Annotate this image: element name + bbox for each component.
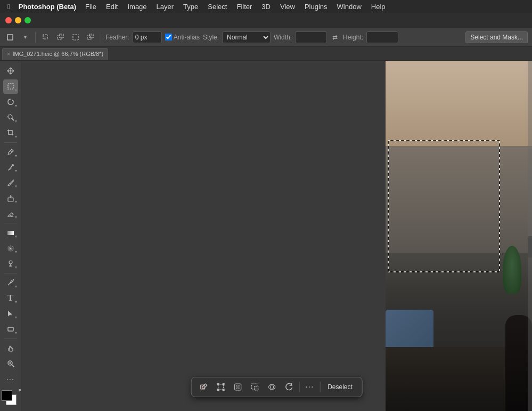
- clone-stamp-tool[interactable]: ▾: [3, 191, 18, 205]
- crop-tool[interactable]: ▾: [3, 126, 18, 140]
- more-options-float-btn[interactable]: ···: [301, 380, 317, 394]
- brush-tool[interactable]: ▾: [3, 175, 18, 190]
- more-tools-icon: ···: [6, 375, 14, 383]
- gradient-tool[interactable]: ▾: [3, 225, 18, 240]
- menu-type[interactable]: Type: [179, 2, 202, 12]
- app-name: Photoshop (Beta): [15, 3, 79, 11]
- transform-with-ai-btn[interactable]: [230, 380, 245, 394]
- zoom-tool[interactable]: [3, 356, 18, 370]
- menu-window[interactable]: Window: [333, 2, 365, 12]
- shape-tool[interactable]: ▾: [3, 322, 18, 336]
- close-button[interactable]: [5, 17, 12, 23]
- style-select[interactable]: Normal Fixed Ratio Fixed Size: [222, 31, 271, 43]
- menu-help[interactable]: Help: [367, 2, 389, 12]
- svg-rect-27: [217, 383, 219, 385]
- mid-section: [386, 146, 532, 253]
- width-input[interactable]: [295, 31, 327, 43]
- style-label: Style:: [203, 34, 219, 41]
- intersect-selection-btn[interactable]: [85, 31, 96, 43]
- gradient-arrow: ▾: [15, 234, 17, 239]
- intersect-selection-float-btn[interactable]: [264, 380, 280, 394]
- color-selector[interactable]: ⇄: [2, 390, 20, 408]
- svg-rect-10: [8, 84, 13, 89]
- anti-alias-checkbox[interactable]: [165, 34, 172, 41]
- svg-rect-14: [8, 198, 13, 202]
- svg-rect-15: [7, 231, 14, 235]
- rectangular-marquee-btn[interactable]: [4, 31, 16, 43]
- menu-select[interactable]: Select: [204, 2, 231, 12]
- dodge-tool[interactable]: ▾: [3, 256, 18, 271]
- menu-file[interactable]: File: [81, 2, 100, 12]
- foreground-color-swatch[interactable]: [2, 390, 12, 401]
- right-panel-toggle[interactable]: [528, 236, 532, 257]
- svg-point-19: [9, 261, 12, 264]
- brush-arrow: ▾: [15, 184, 17, 189]
- svg-rect-30: [222, 389, 224, 391]
- tool-sep-4: [4, 339, 17, 339]
- lasso-tool[interactable]: ▾: [3, 95, 18, 109]
- hand-tool[interactable]: [3, 341, 18, 356]
- document-tab[interactable]: × IMG_0271.heic @ 66,7% (RGB/8*): [2, 48, 108, 60]
- deselect-btn[interactable]: Deselect: [322, 382, 358, 392]
- upper-wall: [386, 61, 532, 146]
- menu-filter[interactable]: Filter: [233, 2, 256, 12]
- add-selection-btn[interactable]: [55, 31, 67, 43]
- svg-point-20: [13, 279, 14, 280]
- feather-input[interactable]: [133, 31, 162, 43]
- left-toolbar: ▾ ▾ ▾ ▾: [0, 61, 21, 411]
- title-bar: [0, 13, 532, 28]
- feather-label: Feather:: [105, 34, 129, 41]
- tab-close-btn[interactable]: ×: [7, 51, 10, 57]
- new-selection-btn[interactable]: [40, 31, 52, 43]
- menu-plugins[interactable]: Plugins: [301, 2, 331, 12]
- menu-layer[interactable]: Layer: [153, 2, 178, 12]
- maximize-button[interactable]: [24, 17, 31, 23]
- select-and-mask-btn[interactable]: Select and Mask...: [465, 31, 528, 43]
- menu-edit[interactable]: Edit: [102, 2, 121, 12]
- svg-rect-0: [7, 35, 13, 40]
- spot-healing-tool[interactable]: ▾: [3, 160, 18, 175]
- height-input[interactable]: [366, 31, 398, 43]
- rotate-selection-btn[interactable]: [281, 380, 297, 394]
- apple-menu[interactable]: : [4, 3, 13, 11]
- marquee-tool-arrow: ▾: [15, 88, 17, 93]
- toolbar-sep-1: [35, 32, 36, 43]
- path-select-tool[interactable]: ▾: [3, 307, 18, 321]
- subtract-selection-float-btn[interactable]: [247, 380, 263, 394]
- lasso-tool-arrow: ▾: [15, 103, 17, 108]
- floating-toolbar: ··· Deselect: [191, 377, 363, 397]
- more-tools-btn[interactable]: ···: [3, 372, 18, 386]
- quick-select-arrow: ▾: [15, 119, 17, 124]
- quick-select-tool[interactable]: ▾: [3, 110, 18, 125]
- menu-view[interactable]: View: [276, 2, 299, 12]
- marquee-tool[interactable]: ▾: [3, 79, 18, 94]
- anti-alias-label[interactable]: Anti-alias: [165, 34, 200, 41]
- marquee-options-btn[interactable]: ▾: [19, 31, 31, 43]
- transform-selection-btn[interactable]: [212, 380, 228, 394]
- menu-3d[interactable]: 3D: [258, 2, 274, 12]
- float-sep-1: [299, 382, 299, 392]
- svg-point-9: [10, 70, 11, 71]
- tool-sep-1: [4, 142, 17, 143]
- eraser-tool[interactable]: ▾: [3, 206, 18, 221]
- spot-healing-arrow: ▾: [15, 168, 17, 173]
- menu-image[interactable]: Image: [124, 2, 150, 12]
- eyedropper-tool[interactable]: ▾: [3, 145, 18, 159]
- anti-alias-text: Anti-alias: [174, 34, 200, 41]
- svg-rect-5: [75, 36, 77, 39]
- type-tool[interactable]: T ▾: [3, 291, 18, 305]
- shape-arrow: ▾: [15, 331, 17, 335]
- swap-dimensions-btn[interactable]: ⇄: [330, 33, 340, 42]
- width-label: Width:: [274, 34, 292, 41]
- edit-in-quick-mask-btn[interactable]: [195, 380, 211, 394]
- minimize-button[interactable]: [15, 17, 21, 23]
- plant: [503, 246, 521, 294]
- blur-tool[interactable]: ▾: [3, 241, 18, 255]
- subtract-selection-btn[interactable]: [70, 31, 81, 43]
- svg-point-18: [10, 247, 11, 249]
- pen-tool[interactable]: ▾: [3, 276, 18, 290]
- tool-sep-3: [4, 273, 17, 273]
- image-container: [386, 61, 532, 411]
- svg-point-13: [12, 164, 14, 166]
- move-tool[interactable]: [3, 64, 18, 78]
